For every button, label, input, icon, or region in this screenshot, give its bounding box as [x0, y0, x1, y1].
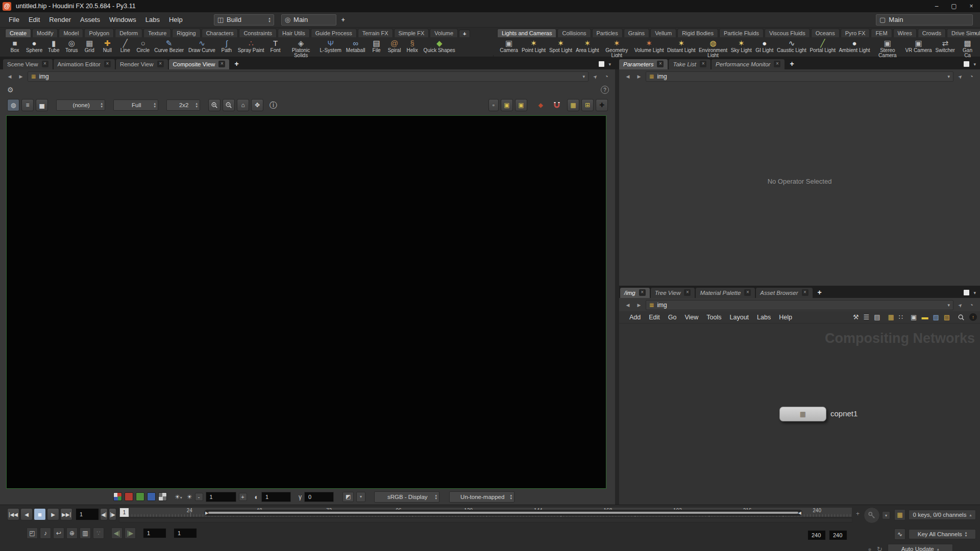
shelf-tab[interactable]: Characters — [202, 29, 238, 37]
sticky-note-icon[interactable]: ▬ — [921, 313, 928, 321]
shelf-tool[interactable]: ✶ Point Light — [520, 39, 547, 53]
zoom-in-icon[interactable] — [208, 99, 220, 111]
network-editor-canvas[interactable]: Compositing Networks ▦ copnet1 — [619, 323, 980, 505]
pane-tab[interactable]: Asset Browser × — [756, 288, 812, 298]
close-icon[interactable]: × — [774, 61, 780, 67]
menu-item[interactable]: Edit — [24, 16, 44, 23]
toggle-small-icon[interactable]: ▫ — [488, 99, 499, 111]
zoom-out-icon[interactable] — [223, 99, 235, 111]
timeline-bookmark-strip[interactable] — [119, 518, 852, 522]
rgba-channel-button[interactable] — [113, 492, 122, 501]
range-bar[interactable] — [208, 512, 798, 514]
shelf-tool[interactable]: ✶ Sky Light — [729, 39, 753, 53]
auto-update-select[interactable]: Auto Update ▴ — [888, 544, 953, 551]
brightness-field[interactable]: 1 — [206, 492, 236, 502]
network-menu-item[interactable]: View — [680, 314, 702, 321]
close-button[interactable]: × — [963, 1, 980, 12]
set-key-button[interactable] — [864, 507, 880, 523]
shelf-tool[interactable]: ✚ Null — [99, 39, 116, 53]
jump-up-icon[interactable]: ↑ — [969, 313, 977, 321]
shelf-tool[interactable]: ∿ Draw Curve — [186, 39, 217, 53]
viewer-settings-gear-icon[interactable]: ⚙ — [7, 86, 14, 94]
pane-dropdown-icon[interactable]: ▾ — [973, 290, 976, 295]
panel-options-icon[interactable]: ◰ — [27, 528, 38, 539]
shelf-tab[interactable]: Modify — [32, 29, 58, 37]
blue-channel-button[interactable] — [147, 492, 156, 501]
flipbook-icon[interactable]: ◆ — [534, 99, 547, 111]
green-channel-button[interactable] — [136, 492, 144, 501]
frame-all-icon[interactable]: ✥ — [251, 99, 263, 111]
shelf-tool[interactable]: ✶ Geometry Light — [601, 39, 632, 58]
shelf-tool[interactable]: ◆ Quick Shapes — [422, 39, 457, 53]
composite-image-canvas[interactable] — [6, 115, 606, 489]
realtime-toggle-icon[interactable]: ⊕ — [66, 528, 78, 539]
shelf-tool[interactable]: @ Spiral — [386, 39, 403, 53]
resolution-select[interactable]: Full ▴▾ — [113, 99, 158, 111]
shape-palette-icon[interactable]: ∷ — [899, 313, 903, 321]
close-icon[interactable]: × — [684, 289, 691, 296]
menu-item[interactable]: Help — [164, 16, 187, 23]
shelf-tab[interactable]: Particles — [592, 29, 623, 37]
desktop-selector-build[interactable]: ◫ Build ▴▾ — [214, 14, 274, 26]
shelf-tab[interactable]: Vellum — [650, 29, 676, 37]
brightness-preset-icon[interactable]: ☀▾ — [175, 493, 182, 500]
nav-forward-icon[interactable]: ▶ — [16, 72, 26, 81]
add-shelf-tab-button[interactable]: + — [459, 30, 470, 37]
network-path-field[interactable]: ▦ img ▾ — [646, 300, 953, 310]
add-pane-tab-button[interactable]: + — [230, 60, 242, 69]
shelf-tab[interactable]: Texture — [143, 29, 171, 37]
tick-display-icon[interactable]: ▥ — [80, 528, 91, 539]
close-icon[interactable]: × — [104, 61, 111, 67]
shelf-tab[interactable]: Particle Fluids — [719, 29, 764, 37]
close-icon[interactable]: × — [802, 289, 808, 296]
contrast-icon[interactable]: ◐ — [255, 493, 259, 501]
shelf-tab[interactable]: Oceans — [811, 29, 840, 37]
range-end-field[interactable]: 240 — [829, 530, 847, 540]
pane-menu-icon[interactable] — [599, 61, 604, 67]
background-image-icon[interactable]: ▨ — [933, 313, 939, 321]
close-icon[interactable]: × — [42, 61, 48, 67]
brightness-minus-button[interactable]: - — [195, 493, 203, 501]
shelf-tab[interactable]: Wires — [893, 29, 917, 37]
keys-count-box[interactable]: 0 keys, 0/0 channels ▴ — [909, 510, 976, 520]
range-handle-right[interactable]: ◀ — [798, 511, 801, 515]
playback-start-field[interactable]: 1 — [174, 528, 197, 538]
tonemap-select[interactable]: Un-tone-mapped ▴▾ — [449, 491, 514, 503]
channel-scope-icon[interactable]: ∿ — [894, 529, 905, 540]
close-icon[interactable]: × — [700, 61, 706, 67]
color-palette-icon[interactable]: ▦ — [888, 313, 894, 321]
pixel-aspect-select[interactable]: 2x2 ▴▾ — [166, 99, 200, 111]
tools-wrench-icon[interactable]: ⚒ — [853, 313, 859, 321]
pane-tab[interactable]: Render View × — [116, 59, 168, 69]
add-pane-tab-button[interactable]: + — [814, 288, 826, 298]
lut-icon[interactable]: ◩ — [342, 492, 354, 502]
maximize-button[interactable]: ▢ — [945, 1, 963, 12]
step-forward-button[interactable]: |▶ — [109, 508, 116, 520]
shelf-tab[interactable]: Constraints — [239, 29, 277, 37]
gamma-icon[interactable]: γ — [299, 493, 302, 500]
copnet1-node[interactable]: ▦ — [779, 407, 826, 421]
shelf-overflow-icon[interactable]: ▾ — [974, 31, 977, 36]
channels-view-toggle[interactable]: ≡ — [21, 99, 34, 111]
close-icon[interactable]: × — [157, 61, 164, 67]
close-icon[interactable]: × — [639, 289, 646, 296]
gamma-field[interactable]: 0 — [304, 492, 334, 502]
next-key-button[interactable]: |▶ — [125, 528, 136, 539]
pane-dropdown-icon[interactable]: ▾ — [608, 62, 611, 67]
shelf-tool[interactable]: ● Sphere — [24, 39, 44, 53]
playback-end-field[interactable]: 240 — [807, 530, 826, 540]
network-menu-item[interactable]: Add — [625, 314, 645, 321]
shelf-tool[interactable]: ∴ Spray Paint — [236, 39, 266, 53]
key-all-channels-select[interactable]: Key All Channels ▴▾ — [909, 529, 976, 539]
shelf-tool[interactable]: ✶ Area Light — [574, 39, 601, 53]
subnet-window-icon[interactable]: ▣ — [911, 313, 917, 321]
pane-tab[interactable]: /img × — [620, 288, 650, 298]
shelf-tool[interactable]: § Helix — [404, 39, 421, 53]
nav-forward-icon[interactable]: ▶ — [634, 72, 644, 81]
shelf-tool[interactable]: ╱ Line — [116, 39, 134, 53]
network-menu-item[interactable]: Tools — [702, 314, 725, 321]
shelf-tab[interactable]: Model — [59, 29, 83, 37]
shelf-tab[interactable]: FEM — [871, 29, 892, 37]
pane-tab[interactable]: Animation Editor × — [54, 59, 115, 69]
history-clock-icon[interactable]: ◔ — [967, 72, 976, 81]
